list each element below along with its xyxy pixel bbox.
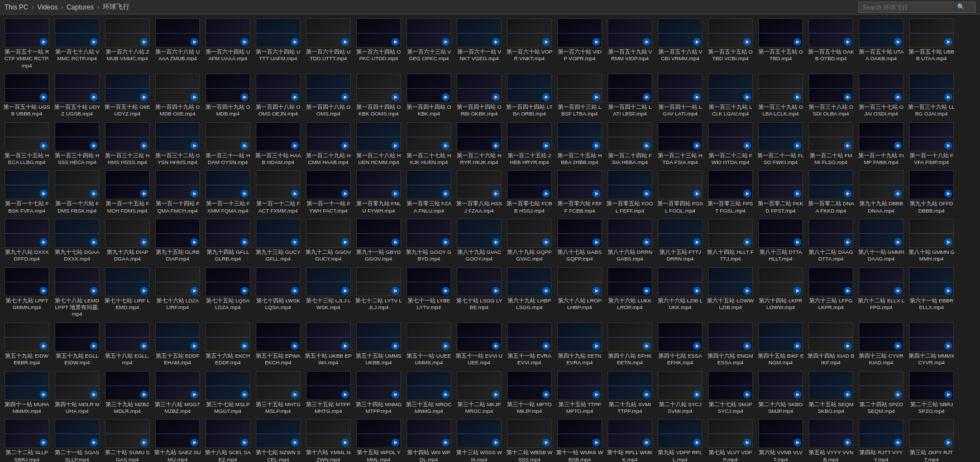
file-item[interactable]: ▶ 第六十六站 LUKK LROP.mp4 [605, 266, 654, 320]
file-item[interactable]: ▶ 第五十一站 EVRA EVVI.mp4 [505, 321, 554, 368]
breadcrumb-pc[interactable]: This PC [4, 3, 28, 11]
file-item[interactable]: ▶ 第一百一十四站 FQMA FMCH.mp4 [153, 169, 202, 216]
file-item[interactable]: ▶ 第九十七站 DGAA DXXX.mp4 [52, 217, 102, 264]
file-item[interactable]: ▶ 第十六站 YMML NZWN.mp4 [304, 417, 353, 462]
file-item[interactable]: ▶ 第七十一站 LYBE LYTV.mp4 [404, 266, 453, 320]
file-item[interactable]: ▶ 第一百一十九站 FIMP FMMI.mp4 [857, 121, 906, 168]
file-item[interactable]: ▶ 第一百三十九站 LCLK LGAV.mp4 [706, 72, 755, 119]
file-item[interactable]: ▶ 第八十三站 DTTA HLLT.mp4 [756, 217, 805, 264]
file-item[interactable]: ▶ 第一百五十站 UDYZ UGSB.mp4 [52, 72, 102, 119]
file-item[interactable]: ▶ 第六十二站 ELLX LFPG.mp4 [857, 266, 906, 320]
file-item[interactable]: ▶ 第六十五站 LOWW LZIB.mp4 [706, 266, 755, 320]
file-item[interactable]: ▶ 第九十六站 DIAP DGAA.mp4 [103, 217, 152, 264]
file-item[interactable]: ▶ 第一百三十一站 HDAM OYSN.mp4 [203, 121, 252, 168]
file-item[interactable]: ▶ 第一百六十四站 UTDD UTTT.mp4 [304, 17, 353, 71]
breadcrumb-videos[interactable]: Videos [37, 3, 58, 11]
file-item[interactable]: ▶ 第一百四十八站 OOMS.mp4 [304, 72, 353, 119]
file-item[interactable]: ▶ 第十九站 SAEZ SUMU.mp4 [153, 417, 202, 462]
file-item[interactable]: ▶ 第二十站 SUMU SGAS.mp4 [103, 417, 152, 462]
file-item[interactable]: ▶ 第二十三站 SBRJ SPZO.mp4 [907, 369, 956, 417]
file-item[interactable]: ▶ 第一百六十站 VOPR VNKT.mp4 [505, 17, 554, 71]
file-item[interactable]: ▶ 第七站 VLVT VDPP.mp4 [706, 417, 755, 462]
breadcrumb-current[interactable]: 环球飞行 [103, 2, 130, 12]
file-item[interactable]: ▶ 第七十四站 LWSK LQSA.mp4 [254, 266, 303, 320]
file-item[interactable]: ▶ 第一百一十三站 FXMM FQMA.mp4 [203, 169, 252, 216]
file-item[interactable]: ▶ 第三十五站 MTPP MHTG.mp4 [304, 369, 353, 417]
file-item[interactable]: ▶ 第一百四十八站 OOMS OEJN.mp4 [254, 72, 303, 119]
file-item[interactable]: ▶ 第一百一十六站 FDMS FBSK.mp4 [52, 169, 102, 216]
file-item[interactable]: ▶ 第五十一站 UUEE UMMS.mp4 [404, 321, 453, 368]
file-item[interactable]: ▶ 第一百二十三站 HTDA FSIA.mp4 [656, 121, 705, 168]
file-item[interactable]: ▶ 第五十九站 EIDW EBBR.mp4 [2, 321, 51, 368]
file-item[interactable]: ▶ 第一百四十四站 OKBK.mp4 [404, 72, 453, 119]
file-item[interactable]: ▶ 第四十四站 KIAD BIKF.mp4 [806, 321, 855, 368]
file-item[interactable]: ▶ 第一百三十五站 HECA LLBG.mp4 [2, 121, 51, 168]
file-item[interactable]: ▶ 第二十四站 SPZO SEQM.mp4 [857, 369, 906, 417]
file-item[interactable]: ▶ 第五十五站 UMMS UKBB.mp4 [354, 321, 403, 368]
file-item[interactable]: ▶ 第八十四站 HLLT FTTJ.mp4 [706, 217, 755, 264]
file-item[interactable]: ▶ 第一百二十站 FMMI FLSO.mp4 [806, 121, 855, 168]
file-item[interactable]: ▶ 第一百零五站 FOOL FEFF.mp4 [605, 169, 654, 216]
file-item[interactable]: ▶ 第三十一站 MPTO MKJP.mp4 [505, 369, 554, 417]
file-item[interactable]: ▶ 第二十六站 SKBO SMJP.mp4 [756, 369, 805, 417]
file-item[interactable]: ▶ 第八十一站 GMMH DAAG.mp4 [857, 217, 906, 264]
file-item[interactable]: ▶ 第六十一站 EBBR ELLX.mp4 [907, 266, 956, 320]
file-item[interactable]: ▶ 第一百五十站 OIIE UDYZ.mp4 [103, 72, 152, 119]
breadcrumb-captures[interactable]: Captures [66, 3, 94, 11]
file-item[interactable]: ▶ 第一百二十五站 HBBA 2HBB.mp4 [555, 121, 604, 168]
file-item[interactable]: ▶ 第三十五站 TTPP MPTO.mp4 [555, 369, 604, 417]
file-item[interactable]: ▶ 第三站 ZKPY RJTT.mp4 [907, 417, 956, 462]
file-item[interactable]: ▶ 第十四站 WIII WPDL.mp4 [404, 417, 453, 462]
file-item[interactable]: ▶ 第二十八站 SYCJ SVMI.mp4 [656, 369, 705, 417]
file-item[interactable]: ▶ 第三十九站 MZBZ MDLR.mp4 [103, 369, 152, 417]
file-item[interactable]: ▶ 第一百六十站 VIDP VOPR.mp4 [555, 17, 604, 71]
file-item[interactable]: ▶ 第一百三十站 HAAB HDAM.mp4 [254, 121, 303, 168]
file-item[interactable]: ▶ 第八十六站 DRRN GABS.mp4 [605, 217, 654, 264]
file-item[interactable]: ▶ 第五十一站 EVVI UUEE.mp4 [455, 321, 504, 368]
file-item[interactable]: ▶ 第三十五站 MHTG MSLP.mp4 [254, 369, 303, 417]
file-item[interactable]: ▶ 第九十八站 DXXX DFFD.mp4 [2, 217, 51, 264]
file-item[interactable]: ▶ 第四十六站 ENGM ESSA.mp4 [706, 321, 755, 368]
file-item[interactable]: ▶ 第一百零四站 FGSL FOOL.mp4 [656, 169, 705, 216]
file-item[interactable]: ▶ 第三十四站 MNMG MTPP.mp4 [354, 369, 403, 417]
file-item[interactable]: ▶ 第十一站 WMKK WBSB.mp4 [555, 417, 604, 462]
file-item[interactable]: ▶ 第一百零三站 FZAA FNLU.mp4 [404, 169, 453, 216]
file-item[interactable]: ▶ 第四十二站 MMMX CYVR.mp4 [907, 321, 956, 368]
file-item[interactable]: ▶ 第一百六十四站 UTTT UAFM.mp4 [254, 17, 303, 71]
file-item[interactable]: ▶ 第一百四十四站 ORBI OKBK.mp4 [455, 72, 504, 119]
file-item[interactable]: ▶ 第八十站 GMMN GMMH.mp4 [907, 217, 956, 264]
file-item[interactable]: ▶ 第一百三十六站 LLBG OJAI.mp4 [907, 72, 956, 119]
file-item[interactable]: ▶ 第九十三站 GUCY GFLL.mp4 [254, 217, 303, 264]
file-item[interactable]: ▶ 第五十八站 EGLL.mp4 [103, 321, 152, 368]
file-item[interactable]: ▶ 第一百七十八站 VMMC RCTP.mp4 [52, 17, 102, 71]
file-item[interactable]: ▶ 第十七站 NZWN SCEL.mp4 [254, 417, 303, 462]
file-item[interactable]: ▶ 第一百二十二站 FWKI HTDA.mp4 [706, 121, 755, 168]
file-item[interactable]: ▶ 第四十一站 MUHA MMMX.mp4 [2, 369, 51, 417]
file-item[interactable]: ▶ 第七十七站 LIRF LEMD.mp4 [103, 266, 152, 320]
file-item[interactable]: ▶ 第一百零七站 FCBB HSSJ.mp4 [505, 169, 554, 216]
file-item[interactable]: ▶ 第五十站 UKBB EPWA.mp4 [304, 321, 353, 368]
file-item[interactable]: ▶ 第一百三十八站 OSDI OLBA.mp4 [806, 72, 855, 119]
file-item[interactable]: ▶ 第一百一十一站 FYWH FACT.mp4 [304, 169, 353, 216]
file-item[interactable]: ▶ 第一百零八站 HSSJ FZAA.mp4 [455, 169, 504, 216]
file-item[interactable]: ▶ 第九十五站 GLRB DIAP.mp4 [153, 217, 202, 264]
file-item[interactable]: ▶ 第六站 VVNB VLVT.mp4 [756, 417, 805, 462]
file-item[interactable]: ▶ 第十二站 WBSB WSSS.mp4 [505, 417, 554, 462]
file-item[interactable]: ▶ 第一百六十四站 UAFM UAAA.mp4 [203, 17, 252, 71]
file-item[interactable]: ▶ 第三十八站 MGGT MZBZ.mp4 [153, 369, 202, 417]
file-item[interactable]: ▶ 第一百零三站 FPST FGSL.mp4 [706, 169, 755, 216]
file-item[interactable]: ▶ 第一百六十一站 VNKT VGEG.mp4 [455, 17, 504, 71]
file-item[interactable]: ▶ 第一百零二站 DNAA FKKD.mp4 [806, 169, 855, 216]
file-item[interactable]: ▶ 第一百二十五站 2HBB HRYR.mp4 [505, 121, 554, 168]
file-item[interactable]: ▶ 第一百一十二站 FACT FXMM.mp4 [254, 169, 303, 216]
file-item[interactable]: ▶ 第一百二十一站 FLSO FWKI.mp4 [756, 121, 805, 168]
file-item[interactable]: ▶ 第四十七站 ESSA EFHK.mp4 [656, 321, 705, 368]
file-item[interactable]: ▶ 第一百六十八站 UAAA ZMUB.mp4 [153, 17, 202, 71]
file-item[interactable]: ▶ 第八十五站 FTTJ DRRN.mp4 [656, 217, 705, 264]
file-item[interactable]: ▶ 第七十八站 LEMD LPPT 地景有问题.mp4 [52, 266, 102, 320]
file-item[interactable]: ▶ 第一百三十二站 OYSN HHMS.mp4 [153, 121, 202, 168]
file-item[interactable]: ▶ 第四十九站 EETN EVRA.mp4 [555, 321, 604, 368]
file-item[interactable]: ▶ 第一百零六站 FEFF FCBB.mp4 [555, 169, 604, 216]
file-item[interactable]: ▶ 第一百二十七站 HKJK HUEN.mp4 [404, 121, 453, 168]
file-item[interactable]: ▶ 第二十七站 SMJP SYCJ.mp4 [706, 369, 755, 417]
